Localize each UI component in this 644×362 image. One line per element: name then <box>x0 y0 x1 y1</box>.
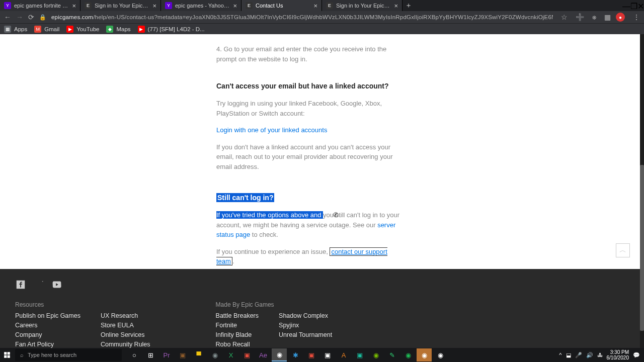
footer-link[interactable]: Careers <box>15 322 80 329</box>
bookmark-maps[interactable]: ◆Maps <box>106 26 130 33</box>
close-icon[interactable]: × <box>313 2 317 10</box>
start-button[interactable] <box>0 348 14 362</box>
taskbar-app[interactable]: ◉ <box>368 348 383 361</box>
footer-link[interactable]: Fortnite <box>216 322 259 329</box>
tab-title: Sign in to Your Epic Games Acc <box>95 3 149 9</box>
new-tab-button[interactable]: ＋ <box>403 0 415 11</box>
taskbar: ⌕Type here to search ○ ⊞ Pr ▣ ▀ ◉ X ▣ Ae… <box>0 348 644 362</box>
taskbar-app[interactable]: ▣ <box>352 348 367 361</box>
window-close-button[interactable]: ✕ <box>637 2 644 11</box>
close-icon[interactable]: × <box>72 2 76 10</box>
footer-link[interactable]: Spyjinx <box>279 322 332 329</box>
taskbar-app[interactable]: ▣ <box>304 348 319 361</box>
taskbar-app[interactable]: ▣ <box>320 348 335 361</box>
taskbar-taskview[interactable]: ⊞ <box>143 348 158 361</box>
extension-icon[interactable]: ➕ <box>576 13 584 21</box>
taskbar-cortana[interactable]: ○ <box>127 348 142 361</box>
taskbar-search[interactable]: ⌕Type here to search <box>15 349 122 361</box>
cast-icon[interactable]: ⎈ <box>592 13 596 21</box>
close-icon[interactable]: × <box>394 2 398 10</box>
footer-link[interactable]: Unreal Tournament <box>279 331 332 338</box>
footer-link[interactable]: Online Services <box>101 331 150 338</box>
link-linked-accounts[interactable]: Login with one of your linked accounts <box>216 126 327 134</box>
footer-link[interactable]: UX Research <box>101 312 150 319</box>
nav-back-icon[interactable]: ← <box>4 13 11 21</box>
tab-title: epic games fortnite - Yahoo Sea <box>14 3 69 9</box>
taskbar-app[interactable]: ◉ <box>400 348 416 361</box>
taskbar-app[interactable]: ✎ <box>384 348 399 361</box>
tray-up-icon[interactable]: ^ <box>559 352 561 358</box>
tab-title: Sign in to Your Epic Games Acc <box>336 3 391 9</box>
taskbar-app[interactable]: ▣ <box>175 348 190 361</box>
tray-notifications-icon[interactable]: 💬 <box>633 352 640 358</box>
extension-icon[interactable]: ▦ <box>604 13 611 21</box>
browser-tab[interactable]: ESign in to Your Epic Games Acc× <box>80 0 161 11</box>
paragraph: If you continue to experience an issue, … <box>216 247 403 266</box>
menu-icon[interactable]: ⋮ <box>633 13 640 21</box>
taskbar-app[interactable]: X <box>223 348 238 361</box>
yahoo-favicon-icon: Y <box>4 2 11 9</box>
gmail-icon: M <box>34 26 41 33</box>
bookmark-youtube[interactable]: ▶YouTube <box>66 26 99 33</box>
heading-linked-account: Can't access your email but have a linke… <box>216 81 403 92</box>
taskbar-app[interactable]: ✱ <box>288 348 303 361</box>
tray-network-icon[interactable]: 🖧 <box>597 352 603 358</box>
bookmarks-bar: ▦Apps MGmail ▶YouTube ◆Maps ▶(77) [SFM] … <box>0 23 644 34</box>
taskbar-chrome[interactable]: ◉ <box>272 348 287 361</box>
epic-favicon-icon: E <box>326 2 333 9</box>
footer-link[interactable]: Fan Art Policy <box>15 341 80 348</box>
lock-icon: 🔒 <box>39 14 46 21</box>
footer-heading-resources: Resources <box>15 301 150 308</box>
tab-title: Contact Us <box>256 3 310 9</box>
paragraph: If you don't have a linked account and y… <box>216 142 403 172</box>
nav-reload-icon[interactable]: ⟳ <box>28 13 34 21</box>
taskbar-app[interactable]: ◉ <box>207 348 222 361</box>
tray-volume-icon[interactable]: 🔊 <box>586 352 593 358</box>
taskbar-clock[interactable]: 3:30 PM6/10/2020 <box>607 349 629 360</box>
bookmark-gmail[interactable]: MGmail <box>34 26 59 33</box>
browser-tab[interactable]: ESign in to Your Epic Games Acc× <box>322 0 403 11</box>
footer-link[interactable]: Infinity Blade <box>216 331 259 338</box>
twitter-icon[interactable] <box>33 279 44 290</box>
tray-icon[interactable]: ⬓ <box>566 352 571 358</box>
footer-link[interactable]: Robo Recall <box>216 341 259 348</box>
scroll-to-top-button[interactable]: ︿ <box>616 243 630 257</box>
taskbar-steam[interactable]: ◉ <box>417 348 432 361</box>
footer-link[interactable]: Community Rules <box>101 341 150 348</box>
url-input[interactable]: epicgames.com/help/en-US/contact-us?meta… <box>51 14 553 20</box>
footer-link[interactable]: Company <box>15 331 80 338</box>
close-icon[interactable]: × <box>233 2 237 10</box>
youtube-icon[interactable] <box>51 279 62 290</box>
footer-link[interactable]: Publish on Epic Games <box>15 312 80 319</box>
footer-link[interactable]: Store EULA <box>101 322 150 329</box>
close-icon[interactable]: × <box>152 2 156 10</box>
scrollbar-thumb[interactable] <box>640 165 644 331</box>
facebook-icon[interactable] <box>15 279 26 290</box>
taskbar-app[interactable]: Pr <box>159 348 174 361</box>
taskbar-app[interactable]: Ae <box>256 348 271 361</box>
taskbar-app[interactable]: ▣ <box>239 348 255 361</box>
browser-tab[interactable]: Yepic games fortnite - Yahoo Sea× <box>0 0 80 11</box>
youtube-icon: ▶ <box>138 26 145 33</box>
epic-favicon-icon: E <box>85 2 92 9</box>
bookmark-apps[interactable]: ▦Apps <box>4 26 27 33</box>
avatar[interactable]: ● <box>616 13 625 22</box>
browser-tab-active[interactable]: EContact Us× <box>242 0 322 11</box>
taskbar-app[interactable]: ◉ <box>433 348 448 361</box>
scrollbar[interactable] <box>640 34 644 348</box>
yahoo-favicon-icon: Y <box>165 2 172 9</box>
window-maximize-button[interactable]: ❐ <box>630 2 637 11</box>
footer-link[interactable]: Battle Breakers <box>216 312 259 319</box>
window-minimize-button[interactable]: — <box>622 2 630 11</box>
star-icon[interactable]: ☆ <box>561 13 568 21</box>
taskbar-app[interactable]: A <box>336 348 351 361</box>
page-viewport: 4. Go to your email and enter the code y… <box>0 34 640 348</box>
bookmark-video[interactable]: ▶(77) [SFM] L4D2 - D... <box>138 26 205 33</box>
search-placeholder: Type here to search <box>28 352 76 358</box>
tray-mic-icon[interactable]: 🎤 <box>575 352 582 358</box>
nav-forward-icon[interactable]: → <box>16 13 23 21</box>
taskbar-app[interactable]: ▀ <box>191 348 206 361</box>
footer-link[interactable]: Shadow Complex <box>279 312 332 319</box>
browser-tab[interactable]: Yepic games - Yahoo Search Resu× <box>161 0 242 11</box>
apps-icon: ▦ <box>4 26 11 33</box>
